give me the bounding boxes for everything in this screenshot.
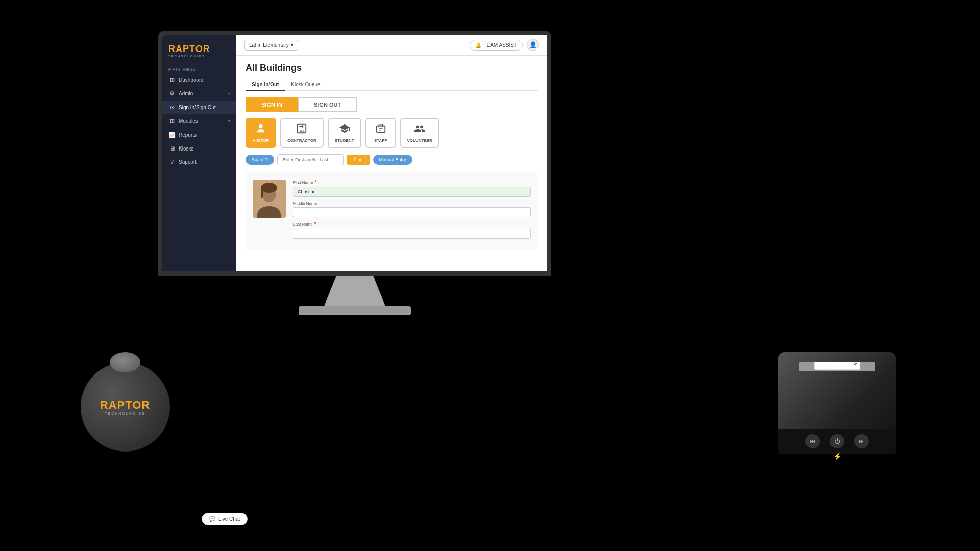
last-name-required: * (314, 221, 316, 227)
first-name-label: First Name * (293, 180, 531, 185)
live-chat-button[interactable]: 💬 Live Chat (202, 513, 248, 525)
visitor-type-volunteer[interactable]: VOLUNTEER (400, 118, 439, 148)
raptor-logo-text: RAPTOR (168, 44, 230, 55)
printer-label: Christine McKay Lahiri Elementary 08/46/… (814, 362, 860, 370)
printer-power-icon: ⏻ (834, 438, 840, 445)
sign-in-button[interactable]: SIGN IN (246, 97, 298, 112)
sidebar: RAPTOR TECHNOLOGIES Main Menu ⊞ Dashboar… (162, 35, 236, 271)
sidebar-item-kiosks[interactable]: 🖥 Kiosks (162, 142, 236, 155)
last-name-field: Last Name * (293, 221, 531, 239)
form-section: First Name * Middle Name (246, 172, 538, 250)
printer-forward-button[interactable]: ⏭ (854, 434, 869, 448)
sidebar-item-admin[interactable]: ⚙ Admin ▾ (162, 87, 236, 101)
team-assist-label: TEAM ASSIST (483, 42, 517, 48)
monitor-base (299, 306, 411, 315)
printer-forward-icon: ⏭ (859, 438, 865, 445)
live-chat-icon: 💬 (209, 516, 215, 522)
sidebar-reports-label: Reports (179, 132, 230, 138)
middle-name-input[interactable] (293, 207, 531, 217)
visitor-type-volunteer-icon (414, 123, 425, 136)
visitor-photo (253, 180, 286, 218)
sidebar-item-support[interactable]: ? Support (162, 155, 236, 168)
tab-kiosk[interactable]: Kiosk Queue (285, 79, 326, 91)
topbar: Lahiri Elementary ▾ 🔔 TEAM ASSIST 👤 (236, 35, 547, 56)
svg-rect-1 (298, 124, 306, 133)
visitor-type-staff-icon (375, 123, 386, 136)
app-layout: RAPTOR TECHNOLOGIES Main Menu ⊞ Dashboar… (162, 35, 547, 271)
printer-body: Christine McKay Lahiri Elementary 08/46/… (778, 352, 896, 454)
team-assist-button[interactable]: 🔔 TEAM ASSIST (470, 40, 523, 51)
scanner-device: RAPTOR TECHNOLOGIES (74, 362, 176, 480)
visitor-type-contractor[interactable]: CONTRACTOR (280, 118, 324, 148)
monitor-stand (324, 276, 385, 306)
scanner-top (110, 352, 140, 372)
user-profile-button[interactable]: 👤 (527, 39, 539, 51)
visitor-type-staff[interactable]: STAFF (365, 118, 396, 148)
sidebar-section-title: Main Menu (162, 65, 236, 73)
monitor: RAPTOR TECHNOLOGIES Main Menu ⊞ Dashboar… (158, 31, 551, 316)
reports-icon: 📈 (168, 132, 176, 138)
scan-id-button[interactable]: Scan ID (246, 155, 274, 165)
last-name-input[interactable] (293, 229, 531, 239)
sidebar-signin-label: Sign In/Sign Out (179, 105, 230, 110)
page-title: All Buildings (246, 63, 538, 73)
sidebar-item-modules[interactable]: ⊞ Modules ▾ (162, 114, 236, 128)
support-icon: ? (168, 159, 176, 165)
monitor-frame: RAPTOR TECHNOLOGIES Main Menu ⊞ Dashboar… (158, 31, 551, 276)
first-name-field: First Name * (293, 180, 531, 197)
school-name: Lahiri Elementary (249, 42, 289, 48)
admin-icon: ⚙ (168, 90, 176, 97)
tab-signin[interactable]: Sign In/Out (246, 79, 285, 91)
dashboard-icon: ⊞ (168, 77, 176, 83)
svg-point-0 (259, 124, 262, 128)
find-button[interactable]: Find (347, 155, 370, 165)
visitor-type-student-icon (339, 123, 350, 136)
sidebar-logo: RAPTOR TECHNOLOGIES (162, 39, 236, 62)
printer-label-visitor: VISITOR (853, 362, 858, 365)
last-name-label: Last Name * (293, 221, 531, 227)
scanner-logo-text: RAPTOR (100, 398, 151, 412)
monitor-screen: RAPTOR TECHNOLOGIES Main Menu ⊞ Dashboar… (162, 35, 547, 271)
user-icon: 👤 (529, 41, 537, 48)
sidebar-kiosks-label: Kiosks (179, 146, 230, 152)
search-input[interactable] (277, 154, 344, 165)
first-name-input[interactable] (293, 187, 531, 197)
printer-rewind-icon: ⏮ (810, 438, 816, 445)
sidebar-dashboard-label: Dashboard (179, 77, 230, 83)
scanner-logo-sub: TECHNOLOGIES (100, 412, 151, 415)
sidebar-support-label: Support (179, 159, 230, 165)
printer-slot: Christine McKay Lahiri Elementary 08/46/… (799, 362, 875, 371)
manual-entry-button[interactable]: Manual Entry (373, 155, 412, 165)
scanner-body: RAPTOR TECHNOLOGIES (81, 362, 170, 452)
svg-rect-9 (261, 188, 263, 198)
kiosks-icon: 🖥 (168, 145, 176, 152)
search-bar: Scan ID Find Manual Entry (246, 154, 538, 165)
printer-usb-icon: ⚡ (833, 452, 842, 460)
visitor-types: VISITOR CONTRACTOR (246, 118, 538, 148)
printer-power-button[interactable]: ⏻ (830, 434, 844, 448)
printer-rewind-button[interactable]: ⏮ (805, 434, 820, 448)
tabs: Sign In/Out Kiosk Queue (246, 79, 538, 91)
middle-name-label: Middle Name (293, 201, 531, 206)
page-content: All Buildings Sign In/Out Kiosk Queue (236, 56, 547, 271)
visitor-type-contractor-icon (296, 123, 307, 136)
topbar-right: 🔔 TEAM ASSIST 👤 (470, 39, 539, 51)
svg-point-8 (261, 183, 277, 193)
signin-toggle: SIGN IN SIGN OUT (246, 97, 538, 112)
form-fields: First Name * Middle Name (293, 180, 531, 243)
sidebar-item-signin[interactable]: ⊙ Sign In/Sign Out (162, 101, 236, 114)
school-dropdown-icon: ▾ (291, 42, 293, 48)
admin-arrow-icon: ▾ (228, 91, 230, 96)
sidebar-item-dashboard[interactable]: ⊞ Dashboard (162, 73, 236, 87)
visitor-type-student[interactable]: STUDENT (328, 118, 361, 148)
visitor-type-visitor[interactable]: VISITOR (246, 118, 276, 148)
printer-controls: ⏮ ⏻ ⏭ (778, 429, 896, 454)
sidebar-item-reports[interactable]: 📈 Reports (162, 128, 236, 142)
modules-icon: ⊞ (168, 118, 176, 124)
signin-icon: ⊙ (168, 104, 176, 111)
main-content: Lahiri Elementary ▾ 🔔 TEAM ASSIST 👤 (236, 35, 547, 271)
school-selector[interactable]: Lahiri Elementary ▾ (244, 40, 298, 51)
sign-out-button[interactable]: SIGN OUT (298, 97, 357, 112)
sidebar-modules-label: Modules (179, 118, 225, 124)
printer-device: Christine McKay Lahiri Elementary 08/46/… (773, 352, 901, 490)
